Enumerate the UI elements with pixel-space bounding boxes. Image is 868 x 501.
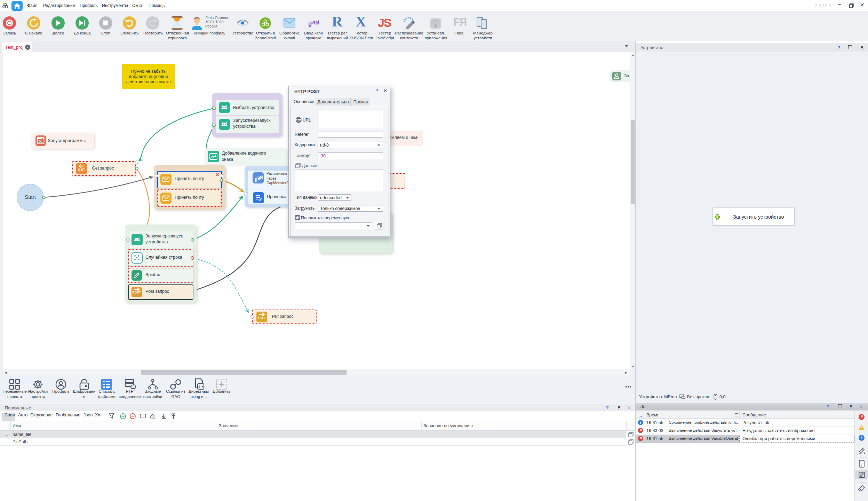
svg-text:www: www	[296, 119, 301, 121]
svg-text:✕: ✕	[3, 3, 5, 5]
svg-text:g9N: g9N	[254, 174, 264, 182]
svg-text:N: N	[314, 19, 320, 26]
